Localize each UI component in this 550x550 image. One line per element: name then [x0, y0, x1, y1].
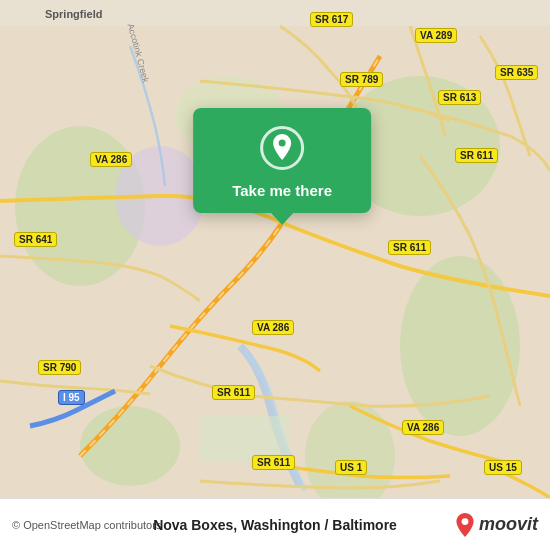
road-badge-va286b: VA 286: [252, 320, 294, 335]
pin-icon: [270, 134, 294, 162]
road-badge-sr611b: SR 611: [388, 240, 431, 255]
road-badge-sr789: SR 789: [340, 72, 383, 87]
road-badge-sr641: SR 641: [14, 232, 57, 247]
road-badge-sr611d: SR 611: [252, 455, 295, 470]
road-badge-i95: I 95: [58, 390, 85, 405]
road-badge-sr635: SR 635: [495, 65, 538, 80]
take-me-there-button[interactable]: Take me there: [232, 182, 332, 199]
svg-point-10: [462, 518, 469, 525]
svg-point-4: [80, 406, 180, 486]
road-badge-us15: US 15: [484, 460, 522, 475]
road-badge-va286a: VA 286: [90, 152, 132, 167]
road-badge-sr611c: SR 611: [212, 385, 255, 400]
copyright-text: © OpenStreetMap contributors: [12, 519, 161, 531]
place-label-springfield: Springfield: [45, 8, 102, 20]
svg-point-3: [400, 256, 520, 436]
road-badge-sr613: SR 613: [438, 90, 481, 105]
svg-point-5: [305, 401, 395, 511]
map-container: SR 617 VA 289 SR 789 SR 613 SR 635 SR 61…: [0, 0, 550, 550]
road-badge-sr617: SR 617: [310, 12, 353, 27]
moovit-logo: moovit: [455, 513, 538, 537]
svg-point-9: [279, 140, 286, 147]
location-label: Nova Boxes, Washington / Baltimore: [153, 517, 397, 533]
road-badge-sr790: SR 790: [38, 360, 81, 375]
bottom-bar: © OpenStreetMap contributors Nova Boxes,…: [0, 498, 550, 550]
road-badge-sr611a: SR 611: [455, 148, 498, 163]
pin-icon-circle: [260, 126, 304, 170]
road-badge-va289: VA 289: [415, 28, 457, 43]
moovit-pin-icon: [455, 513, 475, 537]
popup-card: Take me there: [193, 108, 371, 213]
road-badge-va286c: VA 286: [402, 420, 444, 435]
road-badge-us1: US 1: [335, 460, 367, 475]
moovit-logo-text: moovit: [479, 514, 538, 535]
